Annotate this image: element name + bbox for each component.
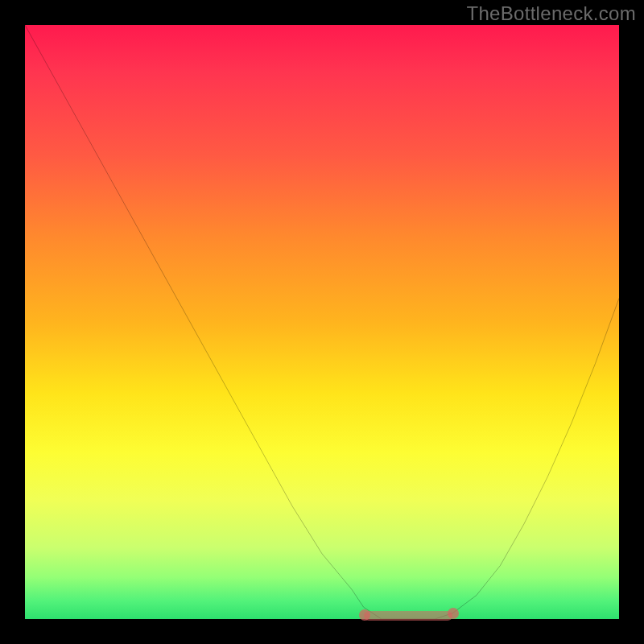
curve-path (25, 25, 619, 619)
watermark-label: TheBottleneck.com (466, 2, 636, 25)
optimum-range-dot-left (359, 609, 370, 621)
bottleneck-curve (25, 25, 619, 619)
optimum-range-dot-right (448, 608, 459, 619)
chart-plot-area (25, 25, 619, 619)
chart-frame: TheBottleneck.com (0, 0, 644, 644)
optimum-range-bar (364, 611, 453, 621)
